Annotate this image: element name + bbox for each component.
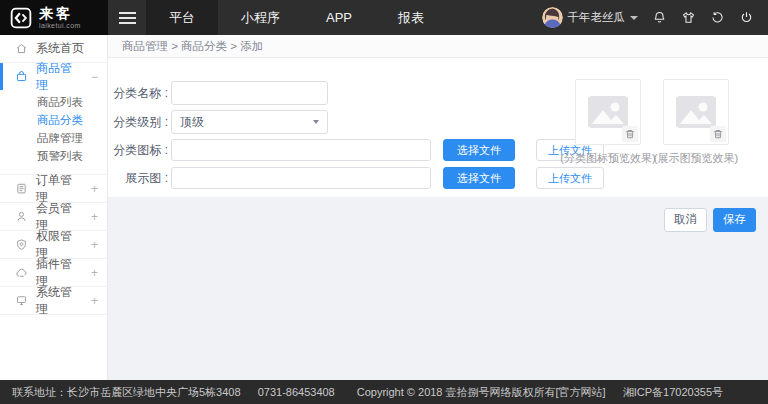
user-menu[interactable]: 千年老丝瓜 bbox=[542, 7, 639, 28]
display-image-label: 展示图 : bbox=[108, 170, 168, 187]
expand-icon[interactable]: + bbox=[91, 239, 98, 251]
sidebar-subitem-brand[interactable]: 品牌管理 bbox=[0, 129, 107, 147]
display-image-path-input[interactable] bbox=[171, 167, 431, 189]
footer-copyright: Copyright © 2018 壹拾捌号网络版权所有[官方网站] bbox=[357, 386, 606, 398]
sidebar-item-goods[interactable]: 商品管理 − bbox=[0, 63, 107, 90]
monitor-icon bbox=[15, 294, 28, 307]
category-icon-path-input[interactable] bbox=[171, 139, 431, 161]
menu-toggle-icon[interactable] bbox=[108, 0, 146, 35]
footer-address: 联系地址：长沙市岳麓区绿地中央广场5栋3408 bbox=[12, 386, 241, 398]
shield-icon bbox=[15, 238, 28, 251]
delete-image-button[interactable] bbox=[710, 126, 726, 142]
sidebar-item-label: 商品管理 bbox=[36, 60, 83, 94]
footer-phone: 0731-86453408 bbox=[258, 386, 335, 398]
preview-box bbox=[575, 79, 641, 145]
user-name: 千年老丝瓜 bbox=[568, 10, 626, 25]
nav-tab-miniprogram[interactable]: 小程序 bbox=[218, 0, 303, 35]
plugin-icon bbox=[15, 266, 28, 279]
app-logo[interactable]: 来客 laiketui.com bbox=[0, 0, 108, 35]
expand-icon[interactable]: + bbox=[91, 267, 98, 279]
expand-icon[interactable]: + bbox=[91, 183, 98, 195]
sidebar-item-orders[interactable]: 订单管理 + bbox=[0, 175, 107, 202]
top-nav: 平台 小程序 APP 报表 bbox=[146, 0, 447, 35]
nav-tab-report[interactable]: 报表 bbox=[375, 0, 447, 35]
bag-icon bbox=[15, 70, 28, 83]
sidebar-subitem-warning-list[interactable]: 预警列表 bbox=[0, 147, 107, 165]
sidebar-item-label: 系统首页 bbox=[36, 40, 84, 57]
breadcrumb: 商品管理 > 商品分类 > 添加 bbox=[108, 35, 768, 58]
trash-icon bbox=[625, 129, 635, 139]
sidebar-item-label: 系统管理 bbox=[36, 284, 83, 318]
category-level-label: 分类级别 : bbox=[108, 114, 168, 131]
sidebar-subitem-goods-list[interactable]: 商品列表 bbox=[0, 93, 107, 111]
home-icon bbox=[15, 42, 28, 55]
image-placeholder-icon bbox=[588, 96, 628, 128]
expand-icon[interactable]: + bbox=[91, 295, 98, 307]
choose-file-button-display[interactable]: 选择文件 bbox=[443, 167, 515, 189]
image-previews: (分类图标预览效果) (展示图预览效果) bbox=[575, 79, 729, 166]
footer-legal: Copyright © 2018 壹拾捌号网络版权所有[官方网站] 湘ICP备1… bbox=[357, 385, 723, 400]
upload-file-button-display[interactable]: 上传文件 bbox=[536, 167, 604, 188]
footer-contact: 联系地址：长沙市岳麓区绿地中央广场5栋3408 0731-86453408 bbox=[12, 385, 335, 400]
nav-tab-app[interactable]: APP bbox=[303, 0, 375, 35]
history-icon[interactable] bbox=[710, 10, 725, 25]
logo-subtitle: laiketui.com bbox=[39, 22, 81, 29]
nav-tab-platform[interactable]: 平台 bbox=[146, 0, 218, 35]
footer-icp: 湘ICP备17020355号 bbox=[623, 386, 723, 398]
choose-file-button-icon[interactable]: 选择文件 bbox=[443, 139, 515, 161]
sidebar-item-members[interactable]: 会员管理 + bbox=[0, 203, 107, 230]
sidebar-subitem-goods-category[interactable]: 商品分类 bbox=[0, 111, 107, 129]
sidebar-item-home[interactable]: 系统首页 bbox=[0, 35, 107, 62]
display-image-preview: (展示图预览效果) bbox=[663, 79, 729, 166]
form-actions: 取消 保存 bbox=[664, 208, 756, 232]
preview-caption: (展示图预览效果) bbox=[654, 151, 738, 166]
save-button[interactable]: 保存 bbox=[713, 208, 756, 232]
category-level-select[interactable]: 顶级 bbox=[171, 110, 328, 134]
laike-logo-icon bbox=[10, 7, 32, 29]
sidebar-item-system[interactable]: 系统管理 + bbox=[0, 287, 107, 314]
cancel-button[interactable]: 取消 bbox=[664, 208, 707, 232]
category-name-input[interactable] bbox=[171, 81, 328, 105]
trash-icon bbox=[713, 129, 723, 139]
preview-box bbox=[663, 79, 729, 145]
category-icon-label: 分类图标 : bbox=[108, 142, 168, 159]
image-placeholder-icon bbox=[676, 96, 716, 128]
avatar bbox=[542, 7, 563, 28]
goods-submenu: 商品列表 商品分类 品牌管理 预警列表 bbox=[0, 90, 107, 174]
header-right: 千年老丝瓜 bbox=[542, 0, 768, 35]
expand-icon[interactable]: + bbox=[91, 211, 98, 223]
page-footer: 联系地址：长沙市岳麓区绿地中央广场5栋3408 0731-86453408 Co… bbox=[0, 380, 768, 404]
sidebar-item-permissions[interactable]: 权限管理 + bbox=[0, 231, 107, 258]
sidebar-item-plugins[interactable]: 插件管理 + bbox=[0, 259, 107, 286]
power-icon[interactable] bbox=[739, 10, 754, 25]
chevron-down-icon bbox=[630, 16, 638, 20]
order-icon bbox=[15, 182, 28, 195]
category-name-label: 分类名称 : bbox=[108, 85, 168, 102]
bell-icon[interactable] bbox=[652, 10, 667, 25]
delete-image-button[interactable] bbox=[622, 126, 638, 142]
category-add-form-panel: 分类名称 : 分类级别 : 顶级 分类图标 : 选择文件 上传文件 展示图 : … bbox=[108, 58, 768, 197]
logo-title: 来客 bbox=[39, 6, 81, 21]
sidebar: 系统首页 商品管理 − 商品列表 商品分类 品牌管理 预警列表 订单管理 + bbox=[0, 35, 108, 380]
category-icon-preview: (分类图标预览效果) bbox=[575, 79, 641, 166]
shirt-icon[interactable] bbox=[681, 10, 696, 25]
select-arrow-icon bbox=[313, 120, 319, 124]
selected-level-value: 顶级 bbox=[180, 114, 204, 131]
main-content: 分类名称 : 分类级别 : 顶级 分类图标 : 选择文件 上传文件 展示图 : … bbox=[108, 58, 768, 380]
member-icon bbox=[15, 210, 28, 223]
top-header: 来客 laiketui.com 平台 小程序 APP 报表 千年老丝瓜 bbox=[0, 0, 768, 35]
collapse-icon[interactable]: − bbox=[91, 71, 98, 83]
preview-caption: (分类图标预览效果) bbox=[560, 151, 655, 166]
